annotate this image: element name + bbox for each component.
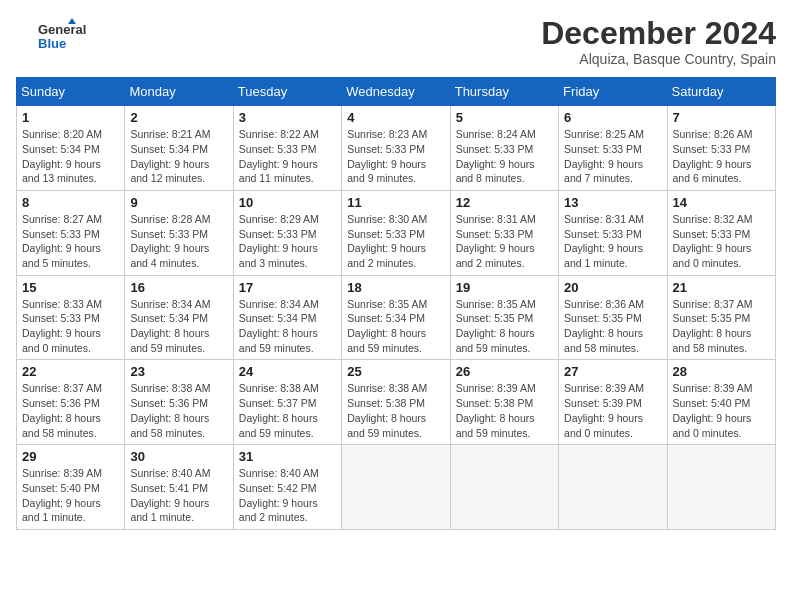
day-cell xyxy=(559,445,667,530)
day-info: Sunrise: 8:20 AM Sunset: 5:34 PM Dayligh… xyxy=(22,127,119,186)
day-info: Sunrise: 8:23 AM Sunset: 5:33 PM Dayligh… xyxy=(347,127,444,186)
day-number: 8 xyxy=(22,195,119,210)
day-cell: 18Sunrise: 8:35 AM Sunset: 5:34 PM Dayli… xyxy=(342,275,450,360)
day-info: Sunrise: 8:26 AM Sunset: 5:33 PM Dayligh… xyxy=(673,127,770,186)
day-number: 6 xyxy=(564,110,661,125)
day-info: Sunrise: 8:38 AM Sunset: 5:38 PM Dayligh… xyxy=(347,381,444,440)
day-info: Sunrise: 8:40 AM Sunset: 5:42 PM Dayligh… xyxy=(239,466,336,525)
day-info: Sunrise: 8:37 AM Sunset: 5:36 PM Dayligh… xyxy=(22,381,119,440)
day-number: 5 xyxy=(456,110,553,125)
day-number: 2 xyxy=(130,110,227,125)
weekday-header-thursday: Thursday xyxy=(450,78,558,106)
day-info: Sunrise: 8:39 AM Sunset: 5:39 PM Dayligh… xyxy=(564,381,661,440)
day-info: Sunrise: 8:39 AM Sunset: 5:38 PM Dayligh… xyxy=(456,381,553,440)
weekday-header-tuesday: Tuesday xyxy=(233,78,341,106)
day-cell: 12Sunrise: 8:31 AM Sunset: 5:33 PM Dayli… xyxy=(450,190,558,275)
day-cell: 16Sunrise: 8:34 AM Sunset: 5:34 PM Dayli… xyxy=(125,275,233,360)
day-cell: 10Sunrise: 8:29 AM Sunset: 5:33 PM Dayli… xyxy=(233,190,341,275)
day-cell: 11Sunrise: 8:30 AM Sunset: 5:33 PM Dayli… xyxy=(342,190,450,275)
day-number: 27 xyxy=(564,364,661,379)
svg-marker-2 xyxy=(68,18,76,24)
day-cell: 13Sunrise: 8:31 AM Sunset: 5:33 PM Dayli… xyxy=(559,190,667,275)
day-number: 3 xyxy=(239,110,336,125)
week-row-2: 8Sunrise: 8:27 AM Sunset: 5:33 PM Daylig… xyxy=(17,190,776,275)
day-number: 25 xyxy=(347,364,444,379)
day-info: Sunrise: 8:35 AM Sunset: 5:34 PM Dayligh… xyxy=(347,297,444,356)
header-row: SundayMondayTuesdayWednesdayThursdayFrid… xyxy=(17,78,776,106)
day-number: 4 xyxy=(347,110,444,125)
day-info: Sunrise: 8:33 AM Sunset: 5:33 PM Dayligh… xyxy=(22,297,119,356)
day-cell: 27Sunrise: 8:39 AM Sunset: 5:39 PM Dayli… xyxy=(559,360,667,445)
day-number: 10 xyxy=(239,195,336,210)
day-cell xyxy=(667,445,775,530)
day-cell: 25Sunrise: 8:38 AM Sunset: 5:38 PM Dayli… xyxy=(342,360,450,445)
week-row-1: 1Sunrise: 8:20 AM Sunset: 5:34 PM Daylig… xyxy=(17,106,776,191)
day-cell xyxy=(450,445,558,530)
day-info: Sunrise: 8:38 AM Sunset: 5:37 PM Dayligh… xyxy=(239,381,336,440)
day-number: 31 xyxy=(239,449,336,464)
day-cell: 5Sunrise: 8:24 AM Sunset: 5:33 PM Daylig… xyxy=(450,106,558,191)
location: Alquiza, Basque Country, Spain xyxy=(541,51,776,67)
day-number: 26 xyxy=(456,364,553,379)
day-info: Sunrise: 8:39 AM Sunset: 5:40 PM Dayligh… xyxy=(22,466,119,525)
day-number: 28 xyxy=(673,364,770,379)
day-cell: 17Sunrise: 8:34 AM Sunset: 5:34 PM Dayli… xyxy=(233,275,341,360)
title-section: December 2024 Alquiza, Basque Country, S… xyxy=(541,16,776,67)
svg-text:General: General xyxy=(38,22,86,37)
day-cell: 28Sunrise: 8:39 AM Sunset: 5:40 PM Dayli… xyxy=(667,360,775,445)
day-cell: 31Sunrise: 8:40 AM Sunset: 5:42 PM Dayli… xyxy=(233,445,341,530)
day-info: Sunrise: 8:39 AM Sunset: 5:40 PM Dayligh… xyxy=(673,381,770,440)
svg-text:Blue: Blue xyxy=(38,36,66,51)
day-cell: 19Sunrise: 8:35 AM Sunset: 5:35 PM Dayli… xyxy=(450,275,558,360)
day-info: Sunrise: 8:32 AM Sunset: 5:33 PM Dayligh… xyxy=(673,212,770,271)
day-info: Sunrise: 8:24 AM Sunset: 5:33 PM Dayligh… xyxy=(456,127,553,186)
weekday-header-sunday: Sunday xyxy=(17,78,125,106)
day-cell: 30Sunrise: 8:40 AM Sunset: 5:41 PM Dayli… xyxy=(125,445,233,530)
weekday-header-wednesday: Wednesday xyxy=(342,78,450,106)
day-info: Sunrise: 8:40 AM Sunset: 5:41 PM Dayligh… xyxy=(130,466,227,525)
day-info: Sunrise: 8:35 AM Sunset: 5:35 PM Dayligh… xyxy=(456,297,553,356)
day-cell: 8Sunrise: 8:27 AM Sunset: 5:33 PM Daylig… xyxy=(17,190,125,275)
day-number: 21 xyxy=(673,280,770,295)
logo-icon: General Blue xyxy=(16,16,96,56)
day-info: Sunrise: 8:30 AM Sunset: 5:33 PM Dayligh… xyxy=(347,212,444,271)
day-info: Sunrise: 8:34 AM Sunset: 5:34 PM Dayligh… xyxy=(239,297,336,356)
day-number: 7 xyxy=(673,110,770,125)
day-cell: 3Sunrise: 8:22 AM Sunset: 5:33 PM Daylig… xyxy=(233,106,341,191)
day-number: 29 xyxy=(22,449,119,464)
day-cell: 29Sunrise: 8:39 AM Sunset: 5:40 PM Dayli… xyxy=(17,445,125,530)
calendar-table: SundayMondayTuesdayWednesdayThursdayFrid… xyxy=(16,77,776,530)
day-cell: 24Sunrise: 8:38 AM Sunset: 5:37 PM Dayli… xyxy=(233,360,341,445)
day-number: 30 xyxy=(130,449,227,464)
day-number: 9 xyxy=(130,195,227,210)
weekday-header-friday: Friday xyxy=(559,78,667,106)
day-cell: 22Sunrise: 8:37 AM Sunset: 5:36 PM Dayli… xyxy=(17,360,125,445)
weekday-header-saturday: Saturday xyxy=(667,78,775,106)
day-info: Sunrise: 8:31 AM Sunset: 5:33 PM Dayligh… xyxy=(564,212,661,271)
week-row-5: 29Sunrise: 8:39 AM Sunset: 5:40 PM Dayli… xyxy=(17,445,776,530)
week-row-4: 22Sunrise: 8:37 AM Sunset: 5:36 PM Dayli… xyxy=(17,360,776,445)
day-cell: 15Sunrise: 8:33 AM Sunset: 5:33 PM Dayli… xyxy=(17,275,125,360)
day-cell: 23Sunrise: 8:38 AM Sunset: 5:36 PM Dayli… xyxy=(125,360,233,445)
day-cell: 2Sunrise: 8:21 AM Sunset: 5:34 PM Daylig… xyxy=(125,106,233,191)
day-cell: 4Sunrise: 8:23 AM Sunset: 5:33 PM Daylig… xyxy=(342,106,450,191)
day-info: Sunrise: 8:37 AM Sunset: 5:35 PM Dayligh… xyxy=(673,297,770,356)
day-info: Sunrise: 8:21 AM Sunset: 5:34 PM Dayligh… xyxy=(130,127,227,186)
day-cell: 26Sunrise: 8:39 AM Sunset: 5:38 PM Dayli… xyxy=(450,360,558,445)
day-info: Sunrise: 8:36 AM Sunset: 5:35 PM Dayligh… xyxy=(564,297,661,356)
day-cell: 21Sunrise: 8:37 AM Sunset: 5:35 PM Dayli… xyxy=(667,275,775,360)
day-number: 22 xyxy=(22,364,119,379)
day-number: 15 xyxy=(22,280,119,295)
day-info: Sunrise: 8:22 AM Sunset: 5:33 PM Dayligh… xyxy=(239,127,336,186)
day-number: 24 xyxy=(239,364,336,379)
day-info: Sunrise: 8:31 AM Sunset: 5:33 PM Dayligh… xyxy=(456,212,553,271)
day-info: Sunrise: 8:28 AM Sunset: 5:33 PM Dayligh… xyxy=(130,212,227,271)
day-cell: 6Sunrise: 8:25 AM Sunset: 5:33 PM Daylig… xyxy=(559,106,667,191)
day-cell: 1Sunrise: 8:20 AM Sunset: 5:34 PM Daylig… xyxy=(17,106,125,191)
week-row-3: 15Sunrise: 8:33 AM Sunset: 5:33 PM Dayli… xyxy=(17,275,776,360)
day-cell: 9Sunrise: 8:28 AM Sunset: 5:33 PM Daylig… xyxy=(125,190,233,275)
day-info: Sunrise: 8:25 AM Sunset: 5:33 PM Dayligh… xyxy=(564,127,661,186)
day-number: 12 xyxy=(456,195,553,210)
day-info: Sunrise: 8:29 AM Sunset: 5:33 PM Dayligh… xyxy=(239,212,336,271)
day-number: 16 xyxy=(130,280,227,295)
